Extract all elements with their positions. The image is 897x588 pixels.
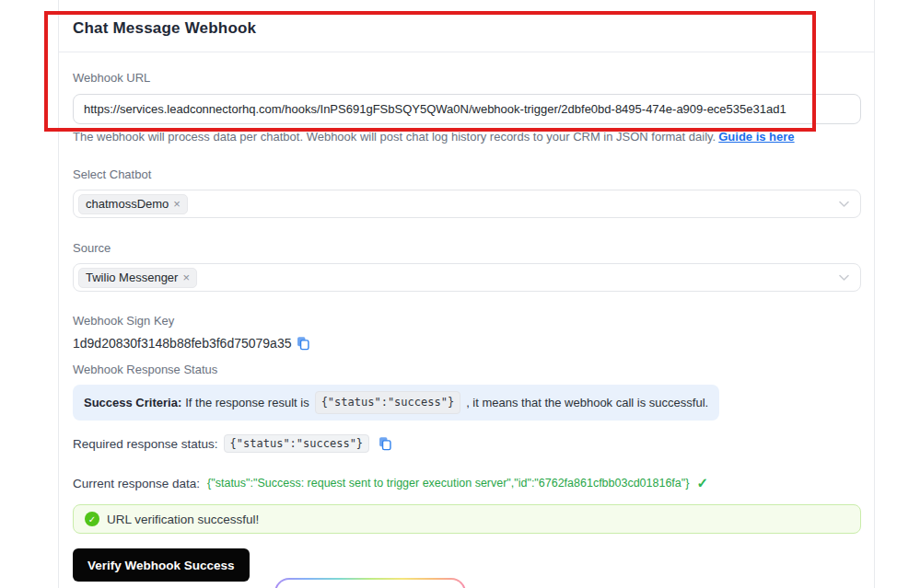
help-text-body: The webhook will process data per chatbo… bbox=[73, 130, 716, 144]
response-status-label: Webhook Response Status bbox=[73, 362, 860, 378]
alert-message: URL verification successful! bbox=[107, 513, 259, 526]
page: Chat Message Webhook Webhook URL The web… bbox=[0, 0, 897, 588]
source-chip: Twilio Messenger × bbox=[78, 268, 197, 288]
source-select[interactable]: Twilio Messenger × bbox=[73, 263, 861, 292]
remove-chip-icon[interactable]: × bbox=[173, 198, 181, 210]
current-response-label: Current response data: bbox=[73, 477, 200, 490]
required-status-code: {"status":"success"} bbox=[224, 434, 370, 453]
success-criteria-box: Success Criteria: If the response result… bbox=[73, 385, 719, 421]
success-alert: ✓ URL verification successful! bbox=[73, 504, 861, 534]
current-response-value: {"status":"Success: request sent to trig… bbox=[207, 477, 689, 490]
webhook-url-input[interactable] bbox=[73, 94, 861, 124]
copy-icon[interactable] bbox=[297, 336, 309, 351]
source-chip-label: Twilio Messenger bbox=[86, 271, 178, 284]
guide-link[interactable]: Guide is here bbox=[718, 130, 794, 144]
criteria-code: {"status":"success"} bbox=[315, 391, 461, 414]
verify-webhook-button[interactable]: Verify Webhook Success bbox=[73, 548, 250, 582]
chevron-down-icon bbox=[839, 274, 849, 282]
chatbot-chip: chatmossDemo × bbox=[78, 194, 188, 214]
rainbow-panel-inner bbox=[276, 580, 464, 588]
page-title: Chat Message Webhook bbox=[73, 19, 860, 38]
required-status-label: Required response status: bbox=[73, 437, 218, 451]
sign-key-row: 1d9d20830f3148b88feb3f6d75079a35 bbox=[73, 336, 860, 351]
required-status-row: Required response status: {"status":"suc… bbox=[73, 434, 860, 453]
select-chatbot-label: Select Chatbot bbox=[73, 167, 860, 183]
check-circle-icon: ✓ bbox=[85, 512, 99, 526]
source-label: Source bbox=[73, 240, 860, 257]
webhook-card: Chat Message Webhook Webhook URL The web… bbox=[58, 0, 875, 588]
copy-icon[interactable] bbox=[379, 436, 391, 451]
criteria-pre: If the response result is bbox=[185, 394, 309, 411]
webhook-url-label: Webhook URL bbox=[73, 70, 860, 86]
chevron-down-icon bbox=[839, 201, 849, 208]
card-content: Webhook URL The webhook will process dat… bbox=[59, 70, 874, 582]
sign-key-value: 1d9d20830f3148b88feb3f6d75079a35 bbox=[73, 336, 291, 351]
current-response-row: Current response data: {"status":"Succes… bbox=[73, 475, 860, 491]
remove-chip-icon[interactable]: × bbox=[182, 271, 190, 283]
success-check-icon: ✓ bbox=[696, 475, 708, 491]
chatbot-chip-label: chatmossDemo bbox=[86, 197, 169, 211]
chatbot-select[interactable]: chatmossDemo × bbox=[73, 190, 861, 218]
rainbow-panel bbox=[274, 578, 466, 588]
webhook-help-text: The webhook will process data per chatbo… bbox=[73, 129, 860, 145]
criteria-bold: Success Criteria: bbox=[84, 394, 181, 411]
card-header: Chat Message Webhook bbox=[59, 0, 874, 52]
sign-key-label: Webhook Sign Key bbox=[73, 313, 860, 329]
criteria-post: , it means that the webhook call is succ… bbox=[466, 394, 708, 411]
header-divider bbox=[59, 52, 874, 52]
